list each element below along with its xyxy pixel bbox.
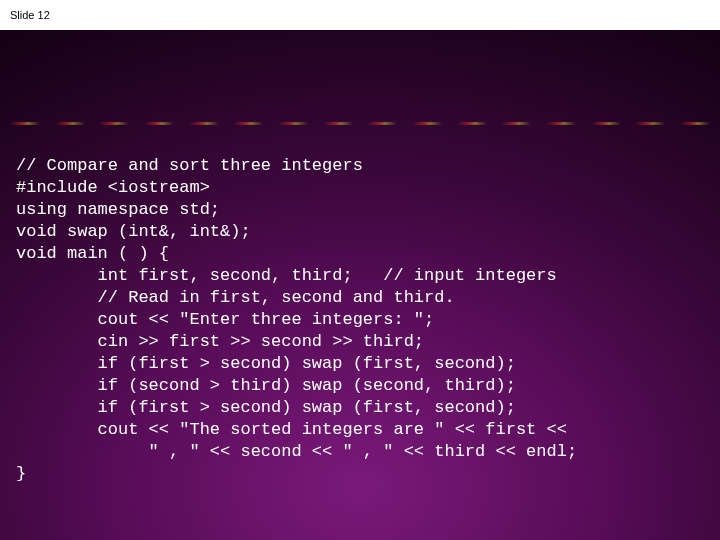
divider-tick [546,122,576,125]
code-line: cin >> first >> second >> third; [16,332,424,351]
code-line: if (first > second) swap (first, second)… [16,354,516,373]
slide-number-label: Slide 12 [10,9,50,21]
slide: Slide 12 // Compare and sort three integ… [0,0,720,540]
divider-tick [501,122,531,125]
divider-tick [323,122,353,125]
divider-tick [591,122,621,125]
divider-tick [278,122,308,125]
code-line: using namespace std; [16,200,220,219]
divider-tick [233,122,263,125]
divider-tick [367,122,397,125]
code-line: // Read in first, second and third. [16,288,455,307]
code-block: // Compare and sort three integers #incl… [16,155,716,485]
slide-header: Slide 12 [0,0,720,30]
code-line: if (first > second) swap (first, second)… [16,398,516,417]
code-line: // Compare and sort three integers [16,156,363,175]
code-line: } [16,464,26,483]
code-line: void main ( ) { [16,244,169,263]
divider-tick [457,122,487,125]
divider-tick [635,122,665,125]
code-line: if (second > third) swap (second, third)… [16,376,516,395]
divider-tick [680,122,710,125]
divider-tick [55,122,85,125]
code-line: int first, second, third; // input integ… [16,266,557,285]
decorative-divider [0,122,720,128]
code-line: void swap (int&, int&); [16,222,251,241]
divider-tick [99,122,129,125]
code-line: #include <iostream> [16,178,210,197]
divider-tick [10,122,40,125]
divider-tick [189,122,219,125]
code-line: cout << "Enter three integers: "; [16,310,434,329]
code-line: " , " << second << " , " << third << end… [16,442,577,461]
code-line: cout << "The sorted integers are " << fi… [16,420,567,439]
divider-tick [144,122,174,125]
divider-tick [412,122,442,125]
